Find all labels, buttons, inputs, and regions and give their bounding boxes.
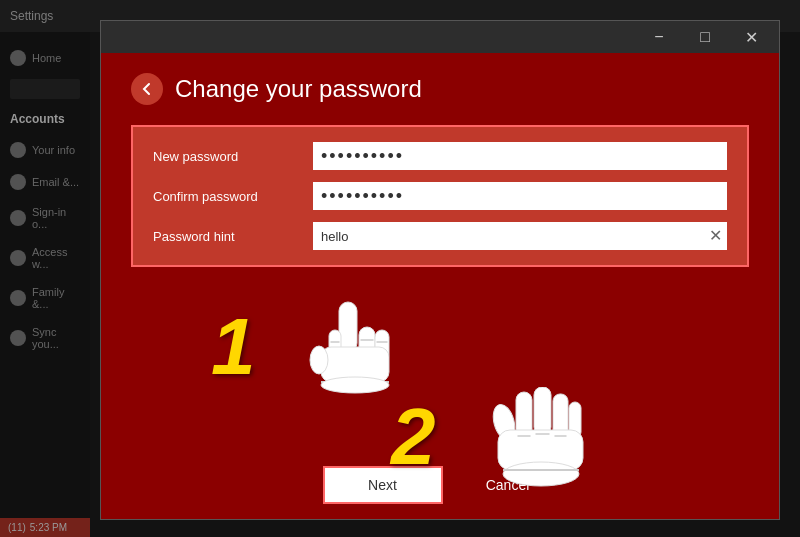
confirm-password-label: Confirm password [153, 189, 313, 204]
password-hint-label: Password hint [153, 229, 313, 244]
password-hint-wrapper: ✕ [313, 222, 727, 250]
dialog-title: Change your password [175, 75, 422, 103]
illustration-area: 1 [131, 287, 749, 431]
step-number-2: 2 [391, 397, 436, 477]
password-hint-row: Password hint ✕ [153, 222, 727, 250]
close-button[interactable]: ✕ [728, 21, 774, 53]
new-password-input[interactable] [313, 142, 727, 170]
password-hint-input[interactable] [313, 222, 727, 250]
minimize-button[interactable]: − [636, 21, 682, 53]
dialog-body: Change your password New password Confir… [101, 53, 779, 451]
back-button[interactable] [131, 73, 163, 105]
confirm-password-input[interactable] [313, 182, 727, 210]
svg-rect-0 [339, 302, 357, 352]
clear-hint-button[interactable]: ✕ [709, 228, 722, 244]
dialog-header: Change your password [131, 73, 749, 105]
dialog-titlebar: − □ ✕ [101, 21, 779, 53]
confirm-password-row: Confirm password [153, 182, 727, 210]
step-number-1: 1 [211, 307, 256, 387]
svg-point-7 [321, 377, 389, 393]
svg-point-17 [503, 462, 579, 486]
password-form: New password Confirm password Password h… [131, 125, 749, 267]
hand-clicking-icon [481, 387, 601, 517]
dialog-footer: Next Cancel [101, 451, 779, 519]
svg-rect-12 [534, 387, 551, 435]
svg-point-5 [310, 346, 328, 374]
maximize-button[interactable]: □ [682, 21, 728, 53]
hand-pointing-icon [301, 297, 401, 407]
new-password-row: New password [153, 142, 727, 170]
new-password-label: New password [153, 149, 313, 164]
change-password-dialog: − □ ✕ Change your password New password … [100, 20, 780, 520]
